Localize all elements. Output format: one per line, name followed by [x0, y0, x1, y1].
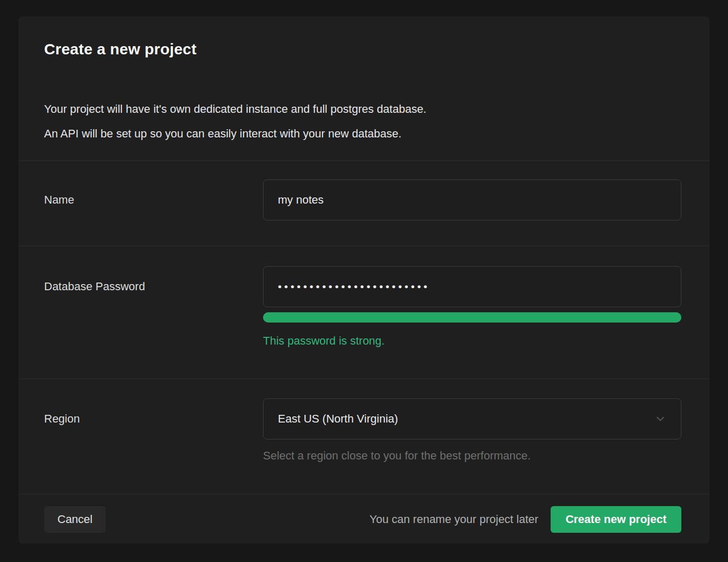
- project-name-input[interactable]: [263, 179, 681, 220]
- name-label-col: Name: [18, 161, 263, 246]
- create-project-dialog: Create a new project Your project will h…: [18, 16, 710, 544]
- dialog-header: Create a new project Your project will h…: [18, 16, 710, 160]
- password-strength-message: This password is strong.: [263, 334, 681, 348]
- rename-note: You can rename your project later: [370, 513, 538, 526]
- chevron-down-icon: [653, 412, 668, 426]
- region-label: Region: [44, 412, 80, 425]
- dialog-description-line2: An API will be set up so you can easily …: [44, 127, 684, 140]
- password-field-content: This password is strong.: [263, 246, 681, 378]
- region-field-content: East US (North Virginia) Select a region…: [263, 379, 681, 494]
- password-field-row: Database Password This password is stron…: [18, 246, 710, 378]
- password-strength-bar: [263, 312, 681, 323]
- password-label-col: Database Password: [18, 246, 263, 378]
- database-password-input[interactable]: [263, 266, 681, 307]
- dialog-title: Create a new project: [44, 40, 684, 58]
- name-field-content: [263, 161, 681, 246]
- region-selected-value: East US (North Virginia): [278, 412, 398, 426]
- cancel-button[interactable]: Cancel: [44, 506, 106, 533]
- footer-right-group: You can rename your project later Create…: [370, 506, 681, 533]
- region-select[interactable]: East US (North Virginia): [263, 398, 681, 439]
- name-label: Name: [44, 193, 74, 206]
- dialog-footer: Cancel You can rename your project later…: [18, 494, 710, 544]
- create-new-project-button[interactable]: Create new project: [551, 506, 681, 533]
- region-label-col: Region: [18, 379, 263, 494]
- region-helper-text: Select a region close to you for the bes…: [263, 449, 681, 463]
- password-label: Database Password: [44, 280, 145, 293]
- dialog-description-line1: Your project will have it's own dedicate…: [44, 103, 684, 116]
- region-field-row: Region East US (North Virginia) Select a…: [18, 378, 710, 494]
- name-field-row: Name: [18, 160, 710, 246]
